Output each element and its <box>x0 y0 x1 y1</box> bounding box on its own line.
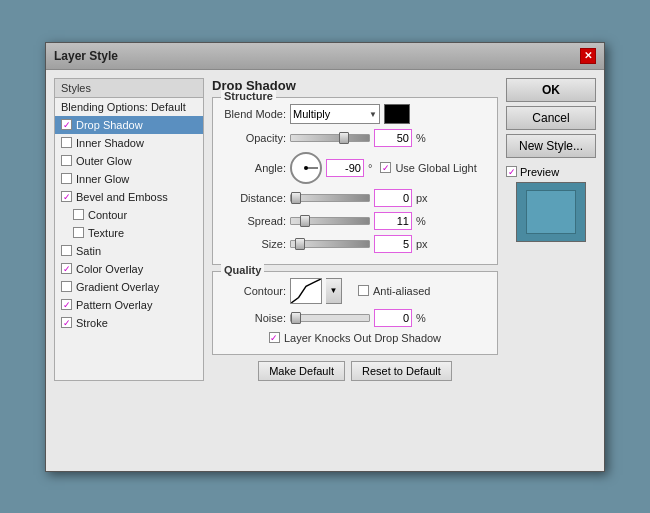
make-default-button[interactable]: Make Default <box>258 361 345 381</box>
drop-shadow-label: Drop Shadow <box>76 119 143 131</box>
knockout-row: ✓ Layer Knocks Out Drop Shadow <box>221 332 489 344</box>
drop-shadow-checkbox[interactable]: ✓ <box>61 119 72 130</box>
anti-aliased-checkbox[interactable] <box>358 285 369 296</box>
blending-options-label: Blending Options: Default <box>61 101 186 113</box>
quality-label: Quality <box>221 264 264 276</box>
noise-slider-thumb[interactable] <box>291 312 301 324</box>
opacity-row: Opacity: % <box>221 129 489 147</box>
noise-label: Noise: <box>221 312 286 324</box>
size-row: Size: px <box>221 235 489 253</box>
satin-checkbox[interactable] <box>61 245 72 256</box>
color-overlay-label: Color Overlay <box>76 263 143 275</box>
dial-hand <box>306 167 318 168</box>
stroke-label: Stroke <box>76 317 108 329</box>
contour-label: Contour: <box>221 285 286 297</box>
center-panel: Drop Shadow Structure Blend Mode: Multip… <box>212 78 498 381</box>
dialog-title: Layer Style <box>54 49 118 63</box>
angle-dial[interactable] <box>290 152 322 184</box>
bevel-emboss-checkbox[interactable]: ✓ <box>61 191 72 202</box>
new-style-button[interactable]: New Style... <box>506 134 596 158</box>
sidebar-item-outer-glow[interactable]: Outer Glow <box>55 152 203 170</box>
distance-slider-thumb[interactable] <box>291 192 301 204</box>
sidebar-item-pattern-overlay[interactable]: ✓ Pattern Overlay <box>55 296 203 314</box>
color-overlay-checkbox[interactable]: ✓ <box>61 263 72 274</box>
angle-label: Angle: <box>221 162 286 174</box>
size-label: Size: <box>221 238 286 250</box>
sidebar-item-contour[interactable]: Contour <box>55 206 203 224</box>
noise-input[interactable] <box>374 309 412 327</box>
pattern-overlay-label: Pattern Overlay <box>76 299 152 311</box>
texture-checkbox[interactable] <box>73 227 84 238</box>
contour-dropdown-button[interactable]: ▼ <box>326 278 342 304</box>
contour-label: Contour <box>88 209 127 221</box>
distance-label: Distance: <box>221 192 286 204</box>
contour-preview[interactable] <box>290 278 322 304</box>
left-panel: Styles Blending Options: Default ✓ Drop … <box>54 78 204 381</box>
preview-inner <box>526 190 576 234</box>
spread-label: Spread: <box>221 215 286 227</box>
opacity-unit: % <box>416 132 426 144</box>
preview-section: ✓ Preview <box>506 166 596 242</box>
spread-input[interactable] <box>374 212 412 230</box>
gradient-overlay-checkbox[interactable] <box>61 281 72 292</box>
reset-default-button[interactable]: Reset to Default <box>351 361 452 381</box>
blend-mode-row: Blend Mode: Multiply Normal Screen Overl… <box>221 104 489 124</box>
distance-input[interactable] <box>374 189 412 207</box>
sidebar-item-stroke[interactable]: ✓ Stroke <box>55 314 203 332</box>
structure-group: Structure Blend Mode: Multiply Normal Sc… <box>212 97 498 265</box>
sidebar-item-bevel-emboss[interactable]: ✓ Bevel and Emboss <box>55 188 203 206</box>
opacity-input[interactable] <box>374 129 412 147</box>
noise-row: Noise: % <box>221 309 489 327</box>
ok-button[interactable]: OK <box>506 78 596 102</box>
sidebar-item-blending-options[interactable]: Blending Options: Default <box>55 98 203 116</box>
size-slider-thumb[interactable] <box>295 238 305 250</box>
inner-shadow-checkbox[interactable] <box>61 137 72 148</box>
satin-label: Satin <box>76 245 101 257</box>
angle-input[interactable] <box>326 159 364 177</box>
noise-unit: % <box>416 312 426 324</box>
structure-label: Structure <box>221 90 276 102</box>
size-input[interactable] <box>374 235 412 253</box>
size-slider-track[interactable] <box>290 240 370 248</box>
dialog-body: Styles Blending Options: Default ✓ Drop … <box>46 70 604 389</box>
opacity-slider-thumb[interactable] <box>339 132 349 144</box>
inner-glow-checkbox[interactable] <box>61 173 72 184</box>
global-light-label: Use Global Light <box>395 162 476 174</box>
blend-mode-select-wrapper[interactable]: Multiply Normal Screen Overlay <box>290 104 380 124</box>
sidebar-item-drop-shadow[interactable]: ✓ Drop Shadow <box>55 116 203 134</box>
blend-mode-select[interactable]: Multiply Normal Screen Overlay <box>290 104 380 124</box>
preview-checkbox[interactable]: ✓ <box>506 166 517 177</box>
preview-box <box>516 182 586 242</box>
cancel-button[interactable]: Cancel <box>506 106 596 130</box>
color-swatch[interactable] <box>384 104 410 124</box>
size-unit: px <box>416 238 428 250</box>
outer-glow-label: Outer Glow <box>76 155 132 167</box>
contour-checkbox[interactable] <box>73 209 84 220</box>
layer-style-dialog: Layer Style ✕ Styles Blending Options: D… <box>45 42 605 472</box>
spread-slider-track[interactable] <box>290 217 370 225</box>
sidebar-item-satin[interactable]: Satin <box>55 242 203 260</box>
bevel-emboss-label: Bevel and Emboss <box>76 191 168 203</box>
sidebar-item-color-overlay[interactable]: ✓ Color Overlay <box>55 260 203 278</box>
spread-row: Spread: % <box>221 212 489 230</box>
preview-label-row: ✓ Preview <box>506 166 559 178</box>
contour-row: Contour: ▼ Anti-aliased <box>221 278 489 304</box>
knockout-checkbox[interactable]: ✓ <box>269 332 280 343</box>
sidebar-item-inner-shadow[interactable]: Inner Shadow <box>55 134 203 152</box>
blend-mode-label: Blend Mode: <box>221 108 286 120</box>
close-button[interactable]: ✕ <box>580 48 596 64</box>
global-light-checkbox[interactable]: ✓ <box>380 162 391 173</box>
sidebar-item-texture[interactable]: Texture <box>55 224 203 242</box>
noise-slider-track[interactable] <box>290 314 370 322</box>
stroke-checkbox[interactable]: ✓ <box>61 317 72 328</box>
pattern-overlay-checkbox[interactable]: ✓ <box>61 299 72 310</box>
angle-row: Angle: ° ✓ Use Global Light <box>221 152 489 184</box>
distance-unit: px <box>416 192 428 204</box>
spread-slider-thumb[interactable] <box>300 215 310 227</box>
right-panel: OK Cancel New Style... ✓ Preview <box>506 78 596 381</box>
outer-glow-checkbox[interactable] <box>61 155 72 166</box>
sidebar-item-gradient-overlay[interactable]: Gradient Overlay <box>55 278 203 296</box>
distance-slider-track[interactable] <box>290 194 370 202</box>
sidebar-item-inner-glow[interactable]: Inner Glow <box>55 170 203 188</box>
opacity-slider-track[interactable] <box>290 134 370 142</box>
